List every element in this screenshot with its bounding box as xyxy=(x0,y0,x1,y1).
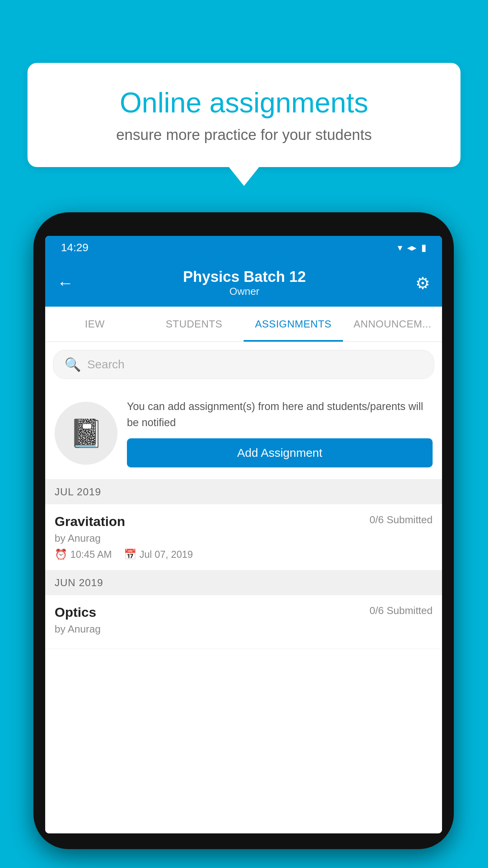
assignment-submitted: 0/6 Submitted xyxy=(370,514,433,526)
section-jun-2019: JUN 2019 xyxy=(45,570,442,595)
speech-bubble-container: Online assignments ensure more practice … xyxy=(28,63,460,167)
clock-icon: ⏰ xyxy=(55,548,67,561)
bubble-subtitle: ensure more practice for your students xyxy=(55,127,433,143)
assignment-book-icon: 📓 xyxy=(69,417,103,449)
app-header: ← Physics Batch 12 Owner ⚙ xyxy=(45,259,442,307)
assignment-gravitation[interactable]: Gravitation 0/6 Submitted by Anurag ⏰ 10… xyxy=(45,504,442,570)
battery-icon: ▮ xyxy=(421,242,426,253)
bubble-title: Online assignments xyxy=(55,86,433,119)
back-button[interactable]: ← xyxy=(57,274,73,292)
assignment-time-value: 10:45 AM xyxy=(70,549,112,560)
header-title: Physics Batch 12 xyxy=(73,268,415,285)
promo-text-block: You can add assignment(s) from here and … xyxy=(127,399,433,467)
promo-description: You can add assignment(s) from here and … xyxy=(127,399,433,430)
assignment-date-value: Jul 07, 2019 xyxy=(139,549,193,560)
assignment-meta: ⏰ 10:45 AM 📅 Jul 07, 2019 xyxy=(55,548,433,561)
header-subtitle: Owner xyxy=(73,285,415,298)
promo-icon-circle: 📓 xyxy=(55,402,117,465)
assignment-optics-top-row: Optics 0/6 Submitted xyxy=(55,605,433,620)
speech-bubble: Online assignments ensure more practice … xyxy=(28,63,460,167)
assignment-optics[interactable]: Optics 0/6 Submitted by Anurag xyxy=(45,595,442,649)
tab-assignments[interactable]: ASSIGNMENTS xyxy=(244,307,343,342)
status-bar: 14:29 ▾ ◂▸ ▮ xyxy=(45,236,442,259)
search-bar[interactable]: 🔍 Search xyxy=(53,350,434,379)
add-assignment-button[interactable]: Add Assignment xyxy=(127,438,433,467)
settings-icon[interactable]: ⚙ xyxy=(415,274,430,293)
assignment-by: by Anurag xyxy=(55,532,433,544)
phone-frame: 14:29 ▾ ◂▸ ▮ ← Physics Batch 12 Owner ⚙ … xyxy=(33,212,454,849)
phone-notch xyxy=(212,212,275,235)
tab-bar: IEW STUDENTS ASSIGNMENTS ANNOUNCEM... xyxy=(45,307,442,342)
screen-content: 🔍 Search 📓 You can add assignment(s) fro… xyxy=(45,342,442,833)
assignment-top-row: Gravitation 0/6 Submitted xyxy=(55,514,433,529)
status-icons: ▾ ◂▸ ▮ xyxy=(398,242,426,253)
header-title-block: Physics Batch 12 Owner xyxy=(73,268,415,298)
search-placeholder: Search xyxy=(87,358,125,371)
tab-students[interactable]: STUDENTS xyxy=(145,307,244,342)
promo-card: 📓 You can add assignment(s) from here an… xyxy=(45,387,442,480)
search-icon: 🔍 xyxy=(64,357,81,372)
assignment-optics-name: Optics xyxy=(55,605,96,620)
calendar-icon: 📅 xyxy=(124,548,136,561)
status-time: 14:29 xyxy=(61,241,88,254)
assignment-name: Gravitation xyxy=(55,514,125,529)
signal-icon: ◂▸ xyxy=(407,242,416,253)
assignment-time: ⏰ 10:45 AM xyxy=(55,548,112,561)
assignment-optics-by: by Anurag xyxy=(55,623,433,635)
section-jul-2019: JUL 2019 xyxy=(45,480,442,504)
wifi-icon: ▾ xyxy=(398,242,402,253)
assignment-date: 📅 Jul 07, 2019 xyxy=(124,548,193,561)
tab-overview[interactable]: IEW xyxy=(45,307,145,342)
tab-announcements[interactable]: ANNOUNCEM... xyxy=(343,307,442,342)
phone-screen: 14:29 ▾ ◂▸ ▮ ← Physics Batch 12 Owner ⚙ … xyxy=(45,236,442,833)
assignment-optics-submitted: 0/6 Submitted xyxy=(370,605,433,617)
